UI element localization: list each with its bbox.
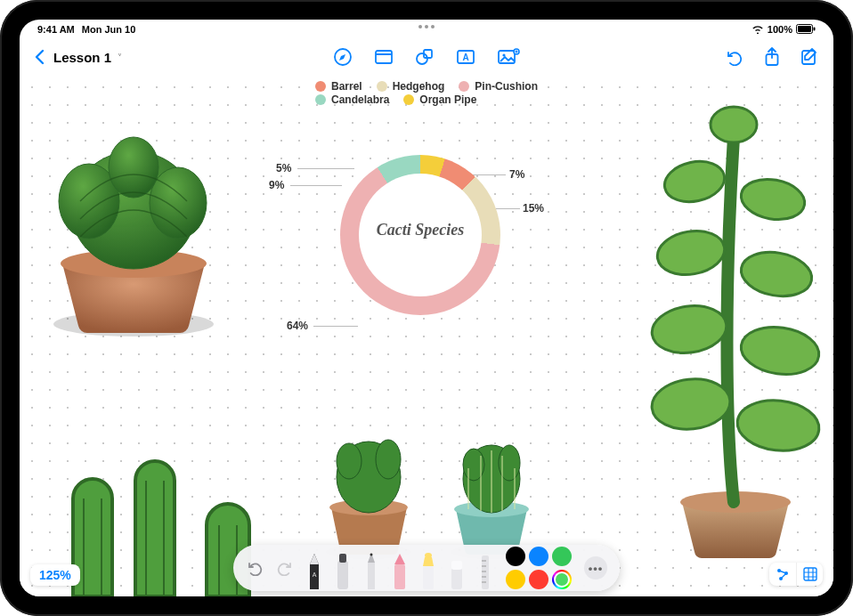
- pct-64: 64%: [287, 320, 308, 332]
- shapes-button[interactable]: [415, 47, 435, 67]
- pct-9: 9%: [269, 179, 284, 191]
- wifi-icon: [751, 24, 764, 36]
- legend-pin-cushion: Pin-Cushion: [475, 80, 538, 93]
- zoom-level-button[interactable]: 125%: [30, 564, 80, 586]
- undo-button[interactable]: [725, 47, 744, 67]
- zoom-label: 125%: [39, 568, 71, 582]
- svg-rect-4: [376, 51, 392, 63]
- pct-7: 7%: [509, 168, 524, 181]
- swatch-pin-cushion: [459, 81, 469, 92]
- svg-point-32: [735, 396, 821, 454]
- battery-icon: [796, 24, 816, 36]
- marker-tool[interactable]: [335, 554, 351, 589]
- app-toolbar: Lesson 1 ˅ A: [20, 39, 833, 75]
- chart-title: Cacti Species: [340, 221, 500, 239]
- color-picker[interactable]: [552, 570, 572, 589]
- svg-point-26: [738, 174, 808, 224]
- color-yellow[interactable]: [506, 570, 525, 589]
- back-button[interactable]: [34, 49, 45, 65]
- pct-5: 5%: [276, 162, 291, 174]
- color-green[interactable]: [552, 547, 572, 566]
- svg-rect-48: [337, 561, 348, 589]
- sticky-note-button[interactable]: [374, 47, 394, 67]
- svg-point-51: [370, 554, 373, 556]
- eraser-tool[interactable]: [449, 554, 465, 589]
- legend-barrel: Barrel: [331, 80, 362, 93]
- image-small-cactus-teal-pot[interactable]: [438, 409, 545, 561]
- view-toggle: [769, 563, 823, 586]
- media-button[interactable]: [497, 47, 520, 67]
- svg-point-28: [737, 247, 815, 301]
- svg-point-22: [109, 137, 158, 198]
- legend-candelabra: Candelabra: [331, 93, 389, 106]
- svg-point-27: [654, 226, 727, 280]
- svg-rect-50: [368, 563, 375, 589]
- multitask-indicator[interactable]: [418, 25, 435, 28]
- svg-rect-46: [804, 568, 816, 580]
- battery-percent: 100%: [768, 24, 792, 35]
- pct-15: 15%: [523, 202, 544, 215]
- swatch-organ-pipe: [403, 94, 414, 105]
- tray-undo-button[interactable]: [246, 560, 264, 576]
- board-title[interactable]: Lesson 1: [53, 50, 111, 65]
- draw-tool-button[interactable]: [333, 47, 353, 67]
- tray-more-button[interactable]: •••: [584, 556, 607, 580]
- svg-point-29: [649, 301, 729, 357]
- share-button[interactable]: [764, 47, 780, 67]
- freeform-canvas[interactable]: Barrel Hedgehog Pin-Cushion Candelabra O…: [20, 75, 833, 596]
- svg-point-25: [661, 156, 728, 207]
- svg-point-36: [337, 443, 362, 479]
- swatch-candelabra: [315, 94, 326, 105]
- swatch-hedgehog: [377, 81, 387, 92]
- grid-button[interactable]: [796, 563, 823, 586]
- image-barrel-cactus-pot[interactable]: [36, 112, 232, 344]
- donut-chart[interactable]: 7% 15% 64% 9% 5% Cacti Species: [287, 119, 554, 351]
- svg-rect-55: [451, 568, 462, 589]
- svg-rect-49: [339, 554, 346, 563]
- drawing-tool-tray: A •••: [233, 545, 620, 591]
- pen-tool[interactable]: A: [306, 554, 322, 589]
- chart-legend: Barrel Hedgehog Pin-Cushion Candelabra O…: [315, 80, 538, 106]
- fill-tool[interactable]: [420, 554, 436, 589]
- crayon-tool[interactable]: [392, 554, 408, 589]
- svg-point-37: [376, 440, 401, 479]
- svg-rect-2: [814, 27, 816, 30]
- ruler-tool[interactable]: [477, 554, 493, 589]
- drawing-tall-succulent[interactable]: [620, 84, 825, 564]
- svg-point-30: [738, 322, 822, 379]
- svg-rect-53: [423, 566, 434, 589]
- svg-rect-52: [394, 564, 405, 589]
- color-red[interactable]: [529, 570, 548, 589]
- status-date: Mon Jun 10: [82, 24, 136, 35]
- compose-button[interactable]: [800, 47, 819, 67]
- pencil-tool[interactable]: [363, 554, 379, 589]
- text-box-button[interactable]: A: [456, 47, 475, 67]
- svg-point-31: [649, 376, 732, 434]
- status-time: 9:41 AM: [37, 24, 75, 35]
- color-palette: [506, 547, 572, 589]
- legend-hedgehog: Hedgehog: [393, 80, 445, 93]
- svg-rect-1: [798, 26, 811, 32]
- svg-point-6: [417, 53, 427, 64]
- legend-organ-pipe: Organ Pipe: [419, 93, 476, 106]
- tray-redo-button[interactable]: [276, 560, 294, 576]
- svg-rect-56: [451, 561, 462, 570]
- svg-text:A: A: [462, 53, 468, 62]
- svg-point-54: [425, 553, 432, 558]
- image-small-cactus-brown-pot[interactable]: [313, 409, 425, 561]
- chevron-down-icon[interactable]: ˅: [118, 53, 122, 62]
- svg-point-24: [711, 107, 757, 142]
- swatch-barrel: [315, 81, 326, 92]
- svg-text:A: A: [313, 571, 317, 578]
- status-bar: 9:41 AM Mon Jun 10 100%: [20, 20, 833, 37]
- color-blue[interactable]: [529, 547, 548, 566]
- navigator-button[interactable]: [769, 563, 796, 586]
- color-black[interactable]: [506, 547, 525, 566]
